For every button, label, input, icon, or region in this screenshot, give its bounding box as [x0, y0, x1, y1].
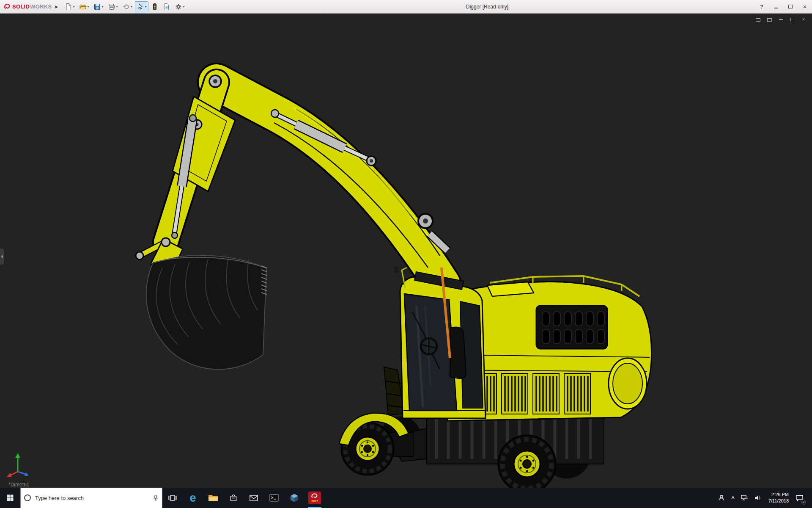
print-button[interactable]: ▾: [106, 1, 120, 12]
doc-close-button[interactable]: ×: [799, 16, 808, 23]
solidworks-2017-button[interactable]: 2017: [304, 488, 325, 508]
dropdown-icon[interactable]: ▾: [102, 5, 104, 8]
operator-seat: [450, 327, 466, 379]
save-button[interactable]: ▾: [92, 1, 105, 12]
action-center-button[interactable]: 2: [795, 488, 804, 508]
dropdown-icon[interactable]: ▾: [145, 5, 147, 8]
task-view-icon: [168, 494, 177, 502]
task-view-button[interactable]: [162, 488, 183, 508]
doc-minimize-button[interactable]: [776, 16, 785, 23]
orientation-triad[interactable]: [5, 450, 35, 480]
doc-restore-button[interactable]: [788, 16, 796, 23]
menu-expand-arrow-icon[interactable]: ▶: [55, 5, 58, 9]
mail-envelope-icon: [250, 495, 258, 501]
console-icon: [269, 494, 279, 502]
excavator-boom[interactable]: [217, 82, 442, 284]
doc-close-icon: ×: [802, 17, 805, 22]
speaker-icon: [754, 494, 762, 501]
search-input[interactable]: [34, 494, 149, 502]
mail-button[interactable]: [244, 488, 264, 508]
microphone-icon[interactable]: [153, 494, 159, 501]
dropdown-icon[interactable]: ▾: [131, 5, 132, 8]
undo-button[interactable]: ▾: [121, 1, 134, 12]
start-button[interactable]: [0, 488, 20, 508]
rebuild-traffic-light-icon: [151, 3, 159, 11]
people-icon: [718, 494, 725, 502]
close-icon: ×: [803, 3, 807, 10]
taskbar-clock[interactable]: 2:26 PM 7/11/2018: [767, 491, 790, 504]
solidworks-year-label: 2017: [311, 500, 318, 502]
people-button[interactable]: [717, 488, 726, 508]
z-axis-arrow: [25, 472, 29, 476]
file-properties-button[interactable]: [161, 1, 172, 12]
clock-time: 2:26 PM: [768, 491, 789, 498]
ds-swirl-icon: [3, 3, 11, 11]
edrawings-button[interactable]: [284, 488, 304, 508]
edge-button[interactable]: e: [183, 488, 203, 508]
titlebar: SOLIDWORKS ▶ ▾ ▾ ▾: [0, 0, 812, 14]
brand-works: WORKS: [30, 3, 52, 10]
volume-button[interactable]: [753, 488, 763, 508]
edge-icon: e: [189, 492, 196, 504]
open-button[interactable]: ▾: [77, 1, 91, 12]
minimize-icon: [774, 8, 778, 8]
pane-icon: [756, 18, 760, 22]
system-tray: ^ 2:26 PM 7/11/2018 2: [717, 488, 812, 508]
solidworks-logo: SOLIDWORKS: [3, 3, 52, 11]
excavator-cab[interactable]: [394, 267, 486, 418]
dropdown-icon[interactable]: ▾: [73, 5, 75, 8]
notification-count-badge: 2: [801, 500, 806, 505]
store-bag-icon: [229, 494, 238, 502]
graphics-area[interactable]: ×: [0, 14, 812, 488]
pane-toggle-button[interactable]: [754, 16, 762, 23]
rebuild-button[interactable]: [149, 1, 160, 12]
dropdown-icon[interactable]: ▾: [183, 5, 185, 8]
pane-icon: [767, 18, 772, 22]
excavator-bucket[interactable]: [146, 255, 267, 369]
select-tool-button[interactable]: ▾: [135, 1, 148, 12]
maximize-button[interactable]: [783, 0, 798, 13]
select-cursor-icon: [137, 3, 144, 11]
open-folder-icon: [79, 3, 87, 11]
taskbar-search[interactable]: [20, 488, 162, 508]
file-explorer-button[interactable]: [203, 488, 223, 508]
mirror: [394, 267, 398, 273]
printer-icon: [108, 3, 115, 11]
new-document-button[interactable]: ▾: [63, 1, 77, 12]
chevron-up-icon: ^: [731, 495, 735, 501]
network-button[interactable]: [740, 488, 749, 508]
windows-taskbar: e: [0, 488, 812, 508]
clock-date: 7/11/2018: [768, 498, 789, 504]
doc-minimize-icon: [779, 19, 783, 20]
doc-restore-icon: [790, 18, 794, 21]
store-button[interactable]: [223, 488, 244, 508]
options-gear-icon: [175, 3, 182, 11]
excavator-model[interactable]: [0, 14, 812, 488]
view-orientation-label: *Dimetric: [8, 482, 29, 488]
cube-app-icon: [290, 493, 299, 502]
dropdown-icon[interactable]: ▾: [116, 5, 118, 8]
close-button[interactable]: ×: [798, 0, 812, 13]
minimize-button[interactable]: [769, 0, 783, 13]
solidworks-app-icon: 2017: [308, 491, 321, 504]
excavator-rear-wheel[interactable]: [498, 435, 556, 488]
quick-access-toolbar: ▾ ▾ ▾ ▾: [63, 1, 187, 12]
network-ethernet-icon: [741, 494, 748, 501]
folder-icon: [208, 494, 218, 502]
windows-logo-icon: [6, 494, 14, 502]
options-button[interactable]: ▾: [173, 1, 187, 12]
file-properties-icon: [163, 3, 170, 11]
tray-overflow-button[interactable]: ^: [730, 488, 735, 508]
y-axis-arrow: [15, 453, 20, 458]
brand-solid: SOLID: [12, 3, 30, 10]
new-document-icon: [65, 3, 72, 11]
dropdown-icon[interactable]: ▾: [88, 5, 89, 8]
pane-toggle-button[interactable]: [765, 16, 774, 23]
solidworks-swirl-icon: [311, 493, 318, 499]
help-button[interactable]: ?: [754, 0, 769, 13]
save-floppy-icon: [93, 3, 101, 11]
x-axis-arrow: [7, 473, 12, 477]
boom-apex-joint[interactable]: [209, 75, 221, 87]
cortana-icon: [24, 494, 31, 501]
command-prompt-button[interactable]: [264, 488, 284, 508]
